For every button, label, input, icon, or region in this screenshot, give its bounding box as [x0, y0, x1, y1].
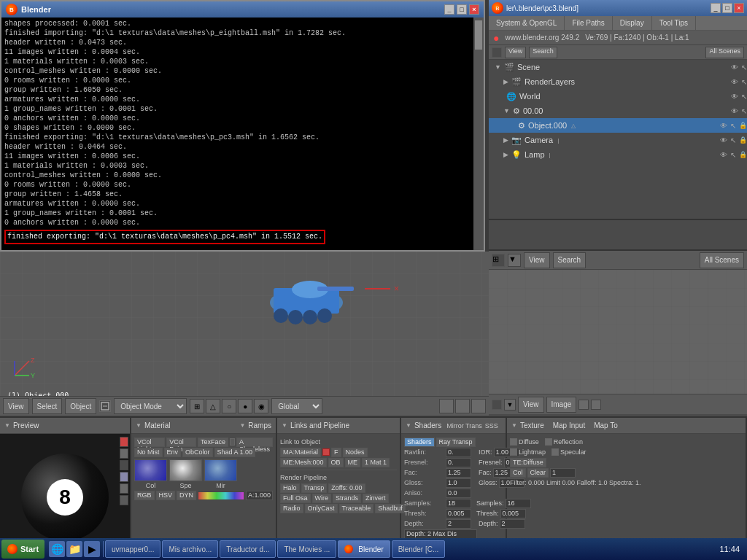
- ob-color-btn[interactable]: ObColor: [182, 448, 213, 457]
- lm-check[interactable]: [510, 448, 517, 456]
- env-btn[interactable]: Env: [164, 448, 182, 457]
- rv-icon4[interactable]: [578, 400, 589, 410]
- rgb-btn[interactable]: RGB: [134, 491, 155, 500]
- tex-check[interactable]: [510, 438, 517, 446]
- vcol-paint-btn[interactable]: VCol Pain: [166, 438, 196, 447]
- tab-tool-tips[interactable]: Tool Tips: [652, 16, 696, 30]
- select-menu-button[interactable]: Select: [32, 398, 63, 414]
- ob-btn[interactable]: OB: [328, 458, 344, 467]
- all-scenes-button[interactable]: All Scenes: [705, 47, 744, 58]
- outliner-item-renderlayers[interactable]: ▶ 🎬 RenderLayers 👁 ↖: [489, 74, 747, 89]
- rv-all-scenes-btn[interactable]: All Scenes: [700, 252, 744, 268]
- outliner-item-camera[interactable]: ▶ 📷 Camera | 👁 ↖ 🔒: [489, 133, 747, 147]
- snap-icon[interactable]: [439, 399, 454, 413]
- ravtlin-val[interactable]: 0.: [446, 448, 471, 457]
- close-button[interactable]: ×: [469, 4, 479, 15]
- rv-image-btn[interactable]: Image: [546, 397, 577, 413]
- thresh-val[interactable]: 0.005: [446, 509, 471, 518]
- viewport-icon-btn[interactable]: ○: [222, 399, 236, 413]
- transp-btn[interactable]: Transp: [301, 483, 328, 493]
- aniso-val[interactable]: 0.0: [446, 489, 471, 498]
- strands-btn[interactable]: Strands: [333, 494, 361, 503]
- only-cast-btn[interactable]: OnlyCast: [305, 504, 338, 513]
- rv-search-btn[interactable]: Search: [553, 252, 587, 268]
- min-button[interactable]: _: [711, 3, 721, 13]
- zoffs-btn[interactable]: Zoffs: 0.00: [328, 483, 365, 493]
- taskbar-item-traductor[interactable]: Traductor d...: [220, 540, 276, 558]
- console-scrollbar[interactable]: [473, 18, 484, 250]
- fac-val[interactable]: 1.25: [446, 468, 471, 478]
- taskbar-item-blender2[interactable]: Blender [C...: [392, 540, 446, 558]
- object-mode-select[interactable]: Object Mode: [114, 398, 187, 414]
- te-diffuse-btn[interactable]: TE:Diffuse: [510, 458, 546, 467]
- clear-btn[interactable]: Clear: [527, 468, 549, 478]
- full-osa-btn[interactable]: Full Osa: [280, 494, 311, 503]
- rv-icon5[interactable]: [591, 400, 601, 410]
- tex-val[interactable]: 1: [550, 468, 576, 478]
- zinvert-btn[interactable]: Zinvert: [363, 494, 389, 503]
- ref-check[interactable]: [545, 438, 552, 446]
- rv-icon2[interactable]: ▼: [508, 254, 521, 267]
- rv-icon[interactable]: ⊞: [492, 254, 505, 267]
- rv-view-btn[interactable]: View: [524, 252, 550, 268]
- mat1-btn[interactable]: 1 Mat 1: [362, 458, 390, 467]
- traceable-btn[interactable]: Traceable: [339, 504, 374, 513]
- shad-a-btn[interactable]: Shad A 1.00: [214, 448, 256, 457]
- proportional-icon[interactable]: [455, 399, 470, 413]
- ray-mirror-btn[interactable]: Shaders: [404, 438, 435, 447]
- taskbar-item-blender[interactable]: Blender: [338, 540, 390, 558]
- object-menu-button[interactable]: Object: [65, 398, 96, 414]
- viewport-icon-btn[interactable]: ◉: [254, 399, 268, 413]
- dyn-btn[interactable]: DYN: [177, 491, 196, 500]
- maximize-button[interactable]: □: [457, 4, 467, 15]
- view-menu-button[interactable]: View: [3, 398, 29, 414]
- taskbar-item-movies[interactable]: The Movies ...: [277, 540, 336, 558]
- col-btn[interactable]: Col: [510, 468, 526, 478]
- outliner-item-time[interactable]: ▼ ⚙ 00.00 👁 ↖: [489, 104, 747, 118]
- viewport-icon-btn[interactable]: ⊞: [190, 399, 204, 413]
- max-button[interactable]: □: [722, 3, 732, 13]
- samples-val[interactable]: 18: [446, 499, 471, 508]
- fresnel-val[interactable]: 0.: [446, 458, 471, 467]
- texface-btn[interactable]: TexFace: [198, 438, 228, 447]
- x-button[interactable]: ×: [734, 3, 744, 13]
- global-select[interactable]: Global: [271, 398, 322, 414]
- no-mist-btn[interactable]: No Mist: [134, 448, 163, 457]
- lock-icon[interactable]: [471, 399, 486, 413]
- taskbar-item-uvmapper[interactable]: uvmapper0...: [105, 540, 160, 558]
- tab-system-opengl[interactable]: System & OpenGL: [489, 16, 565, 30]
- me2-btn[interactable]: ME: [345, 458, 361, 467]
- spe-swatch[interactable]: [169, 459, 202, 481]
- rv-btn[interactable]: ▼: [504, 399, 516, 411]
- folder-icon[interactable]: 📁: [66, 541, 82, 557]
- gloss-val[interactable]: 1.0: [446, 478, 471, 488]
- outliner-item-object000[interactable]: ⚙ Object.000 △ 👁 ↖ 🔒: [489, 118, 747, 133]
- halo-btn[interactable]: Halo: [280, 483, 300, 493]
- nodes-btn[interactable]: Nodes: [343, 448, 368, 457]
- mir-swatch[interactable]: [204, 459, 237, 481]
- spec-check[interactable]: [551, 448, 559, 456]
- depth-val[interactable]: 2: [446, 519, 471, 529]
- viewport-icon-btn[interactable]: ●: [238, 399, 252, 413]
- wire-btn[interactable]: Wire: [312, 494, 332, 503]
- outliner-item-lamp[interactable]: ▶ 💡 Lamp | 👁 ↖ 🔒: [489, 147, 747, 162]
- tab-file-paths[interactable]: File Paths: [565, 16, 612, 30]
- col-swatch[interactable]: [134, 459, 167, 481]
- radio-btn[interactable]: Radio: [280, 504, 303, 513]
- outliner-item-world[interactable]: 🌐 World 👁 ↖: [489, 89, 747, 104]
- vcol-light-btn[interactable]: VCol Light: [134, 438, 165, 447]
- search-button[interactable]: Search: [529, 47, 557, 58]
- max-dist-val[interactable]: Depth: 2 Max Dis: [404, 529, 477, 539]
- start-button[interactable]: Start: [1, 540, 44, 559]
- scrollbar-thumb[interactable]: [475, 20, 482, 50]
- taskbar-item-misarchivo[interactable]: Mis archivo...: [162, 540, 218, 558]
- view-button[interactable]: View: [505, 47, 526, 58]
- f-btn[interactable]: F: [331, 448, 341, 457]
- ray-transp-btn[interactable]: Ray Transp: [436, 438, 476, 447]
- ie-icon[interactable]: 🌐: [49, 541, 65, 557]
- viewport-icon-btn[interactable]: △: [206, 399, 220, 413]
- hsv-btn[interactable]: HSV: [156, 491, 176, 500]
- minimize-button[interactable]: _: [444, 4, 454, 15]
- shadeless-btn[interactable]: A Shadeless: [236, 438, 273, 447]
- tab-display[interactable]: Display: [613, 16, 652, 30]
